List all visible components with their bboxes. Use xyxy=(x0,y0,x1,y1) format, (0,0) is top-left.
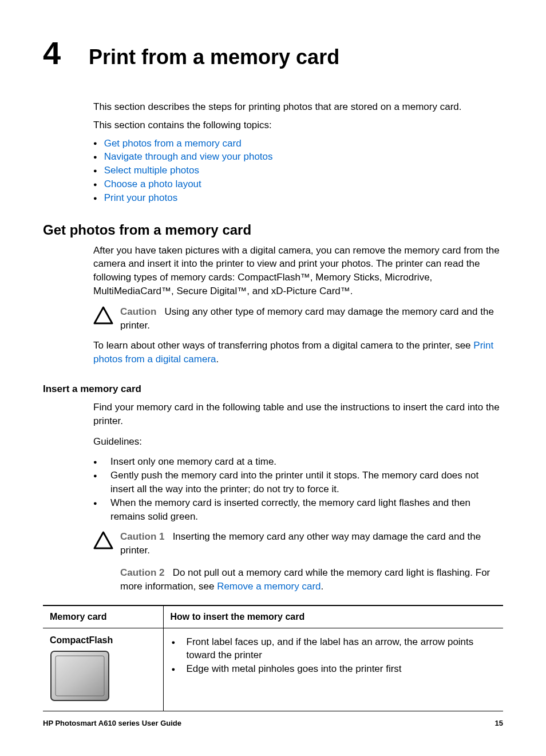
table-header-col1: Memory card xyxy=(43,605,163,628)
guidelines-list: Insert only one memory card at a time. G… xyxy=(93,455,503,523)
guidelines-label: Guidelines: xyxy=(93,435,503,449)
caution-body-3-post: . xyxy=(321,581,324,592)
transfer-text-post: . xyxy=(216,354,219,365)
chapter-number: 4 xyxy=(43,34,89,72)
chapter-header: 4 Print from a memory card xyxy=(43,34,503,72)
caution-text-2: Caution 1 Inserting the memory card any … xyxy=(120,530,503,557)
caution-icon xyxy=(93,531,113,549)
chapter-title: Print from a memory card xyxy=(89,45,339,69)
toc-list: Get photos from a memory card Navigate t… xyxy=(93,137,503,205)
caution-label-2: Caution 1 xyxy=(120,531,164,542)
footer-guide-name: HP Photosmart A610 series User Guide xyxy=(43,719,181,727)
guideline-1: Insert only one memory card at a time. xyxy=(93,455,503,469)
guideline-2: Gently push the memory card into the pri… xyxy=(93,469,503,496)
compactflash-card-icon xyxy=(50,650,110,702)
instruction-2: Edge with metal pinholes goes into the p… xyxy=(171,662,497,676)
footer: HP Photosmart A610 series User Guide 15 xyxy=(43,719,503,727)
footer-page-number: 15 xyxy=(495,719,503,727)
guideline-3: When the memory card is inserted correct… xyxy=(93,496,503,524)
instruction-1: Front label faces up, and if the label h… xyxy=(171,635,497,663)
section-body-1: After you have taken pictures with a dig… xyxy=(93,244,503,298)
toc-link-5[interactable]: Print your photos xyxy=(104,192,178,203)
transfer-text-pre: To learn about other ways of transferrin… xyxy=(93,340,473,351)
instructions-list: Front label faces up, and if the label h… xyxy=(171,635,497,676)
intro-text-2: This section contains the following topi… xyxy=(93,118,503,132)
caution-text-3: Caution 2 Do not pull out a memory card … xyxy=(120,566,503,593)
subsection-heading-insert: Insert a memory card xyxy=(43,383,503,395)
remove-card-link[interactable]: Remove a memory card xyxy=(217,581,321,592)
toc-link-3[interactable]: Select multiple photos xyxy=(104,165,199,176)
caution-box-2: Caution 1 Inserting the memory card any … xyxy=(93,530,503,557)
card-name-compactflash: CompactFlash xyxy=(50,635,156,646)
caution-label-3: Caution 2 xyxy=(120,567,164,578)
svg-rect-0 xyxy=(51,651,109,700)
toc-link-2[interactable]: Navigate through and view your photos xyxy=(104,151,273,162)
section-heading-get-photos: Get photos from a memory card xyxy=(43,222,503,238)
toc-link-4[interactable]: Choose a photo layout xyxy=(104,179,201,189)
toc-link-1[interactable]: Get photos from a memory card xyxy=(104,138,242,149)
transfer-paragraph: To learn about other ways of transferrin… xyxy=(93,339,503,366)
caution-text-1: Caution Using any other type of memory c… xyxy=(120,305,503,333)
caution-label-1: Caution xyxy=(120,306,156,317)
subsection-intro: Find your memory card in the following t… xyxy=(93,401,503,428)
memory-card-table: Memory card How to insert the memory car… xyxy=(43,605,503,711)
caution-body-1: Using any other type of memory card may … xyxy=(120,306,494,331)
caution-body-2: Inserting the memory card any other way … xyxy=(120,531,481,556)
caution-icon xyxy=(93,306,113,324)
table-row: CompactFlash Front label faces up, xyxy=(43,628,503,711)
intro-text-1: This section describes the steps for pri… xyxy=(93,100,503,114)
caution-box-1: Caution Using any other type of memory c… xyxy=(93,305,503,333)
table-header-col2: How to insert the memory card xyxy=(163,605,503,628)
